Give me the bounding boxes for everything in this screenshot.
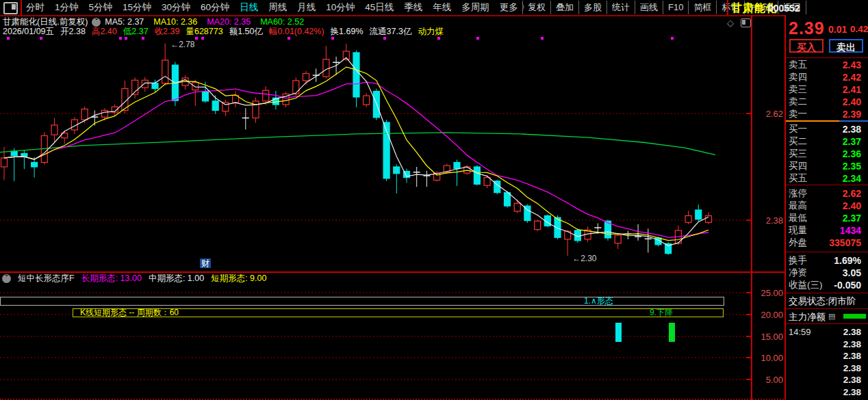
level-label: 涨停 xyxy=(789,187,807,200)
svg-text:←2.30: ←2.30 xyxy=(572,254,597,263)
buy-level-row[interactable]: 买四2.35 xyxy=(786,160,868,172)
axis-tick xyxy=(746,292,751,293)
descend-label: 9.下降 xyxy=(650,309,673,317)
axis-tick xyxy=(746,336,751,337)
level-value: 2.39 xyxy=(843,109,861,120)
level-label: 卖二 xyxy=(789,96,807,108)
axis-tick xyxy=(746,379,751,380)
price-change: 0.01 xyxy=(828,24,847,35)
axis-tick xyxy=(746,314,751,315)
stat-row[interactable]: 换手1.69% xyxy=(786,254,868,267)
level-label: 卖一 xyxy=(789,108,807,120)
weibi-bar-sell xyxy=(839,120,868,122)
last-price: 2.39 xyxy=(789,18,825,38)
candlestick-chart[interactable]: ←2.78←2.30 xyxy=(0,0,752,400)
stat-row[interactable]: 外盘335075 xyxy=(786,237,868,249)
price-axis-label: 10.00 xyxy=(753,353,783,363)
price-axis-line xyxy=(751,15,752,400)
buy-level-row[interactable]: 买三2.36 xyxy=(786,148,868,160)
sell-level-row[interactable]: 卖三2.41 xyxy=(786,83,868,96)
tick-price: 2.38 xyxy=(843,327,861,337)
pattern-band-short: K线短期形态 -- 周期数：60 9.下降 xyxy=(73,308,724,317)
level-value: 2.41 xyxy=(843,84,861,95)
level-label: 买一 xyxy=(789,123,807,135)
axis-tick xyxy=(746,357,751,358)
axis-tick xyxy=(746,113,751,114)
level-label: 换手 xyxy=(789,254,807,267)
sell-button[interactable]: 卖出 xyxy=(829,39,863,53)
buy-level-row[interactable]: 买五2.34 xyxy=(786,172,868,185)
level-value: -0.050 xyxy=(834,280,861,291)
level-value: 2.40 xyxy=(843,200,861,211)
level-value: 335075 xyxy=(829,237,861,248)
level-label: 卖三 xyxy=(789,83,807,96)
level-label: 买五 xyxy=(789,172,807,185)
main-net-bar xyxy=(843,314,866,319)
chevron-down-icon[interactable]: ˇ xyxy=(2,274,11,283)
level-value: 2.40 xyxy=(843,96,861,107)
tick-row: 2.38 xyxy=(786,338,868,350)
svg-text:←2.78: ←2.78 xyxy=(170,40,195,49)
sell-level-row[interactable]: 卖一2.39 xyxy=(786,108,868,120)
level-label: 净资 xyxy=(789,267,807,279)
stat-row[interactable]: 净资3.05 xyxy=(786,267,868,279)
price-axis-label: 20.00 xyxy=(753,310,783,320)
tick-row: 2.38 xyxy=(786,350,868,362)
tick-time: 14:59 xyxy=(789,327,811,337)
level-value: 2.37 xyxy=(843,213,861,224)
stat-row[interactable]: 现量1434 xyxy=(786,224,868,237)
kline-pattern-label: K线短期形态 -- 周期数：60 xyxy=(80,309,179,317)
level-value: 1434 xyxy=(840,225,861,236)
stat-row[interactable]: 收益(三)-0.050 xyxy=(786,279,868,291)
level-label: 收益(三) xyxy=(789,279,823,291)
price-axis-label: 5.00 xyxy=(753,375,783,385)
level-value: 2.36 xyxy=(843,148,861,159)
price-axis-label: 2.38 xyxy=(753,215,783,226)
level-label: 外盘 xyxy=(789,237,807,249)
pattern-band-label: 1.∧形态 xyxy=(584,297,613,305)
level-value: 2.34 xyxy=(843,173,861,184)
tick-row: 2.38 xyxy=(786,362,868,374)
weibi-bar-buy xyxy=(786,120,839,122)
stat-row[interactable]: 最高2.40 xyxy=(786,200,868,212)
main-net-label[interactable]: 主力净额 xyxy=(789,311,826,323)
stat-row[interactable]: 涨停2.62 xyxy=(786,187,868,200)
level-value: 2.42 xyxy=(843,72,861,83)
level-value: 2.43 xyxy=(843,59,861,70)
level-value: 2.35 xyxy=(843,161,861,172)
stat-row[interactable]: 最低2.37 xyxy=(786,212,868,224)
subchart-header: ˇ 短中长形态序F长期形态: 13.00中期形态: 1.00短期形态: 9.00 xyxy=(2,274,273,284)
level-label: 现量 xyxy=(789,224,807,237)
tick-row: 2.38 xyxy=(786,374,868,386)
tick-price: 2.38 xyxy=(843,339,861,349)
list-icon[interactable]: ▤ xyxy=(828,312,835,321)
level-label: 买二 xyxy=(789,135,807,148)
level-label: 买四 xyxy=(789,160,807,172)
level-label: 最高 xyxy=(789,200,807,212)
sell-level-row[interactable]: 卖二2.40 xyxy=(786,96,868,108)
level-label: 卖五 xyxy=(789,59,807,71)
event-marker-cai[interactable]: 财 xyxy=(200,258,211,268)
tick-row: 2.38 xyxy=(786,386,868,398)
buy-level-row[interactable]: 买二2.37 xyxy=(786,135,868,148)
indicator-value: 短期形态: 9.00 xyxy=(211,273,266,284)
price-axis-label: 15.00 xyxy=(753,332,783,342)
level-label: 买三 xyxy=(789,148,807,160)
level-value: 2.62 xyxy=(843,188,861,199)
trade-status: 交易状态:闭市阶 xyxy=(789,295,856,308)
buy-button[interactable]: 买入 xyxy=(789,39,824,53)
sell-level-row[interactable]: 卖五2.43 xyxy=(786,59,868,71)
tick-price: 2.38 xyxy=(843,351,861,361)
price-axis-label: 25.00 xyxy=(753,288,783,298)
level-label: 最低 xyxy=(789,212,807,224)
axis-tick xyxy=(746,219,751,221)
level-value: 2.37 xyxy=(843,136,861,147)
price-change-pct: 0.42% xyxy=(850,24,868,34)
buy-level-row[interactable]: 买一2.38 xyxy=(786,123,868,135)
level-value: 3.05 xyxy=(843,267,861,278)
quote-sidebar: 2.39 0.01 0.42% 买入 卖出 卖五2.43卖四2.42卖三2.41… xyxy=(786,15,868,400)
tick-price: 2.38 xyxy=(843,375,861,385)
sell-level-row[interactable]: 卖四2.42 xyxy=(786,71,868,83)
indicator-value: 中期形态: 1.00 xyxy=(149,273,204,284)
stock-code: 000552 xyxy=(768,3,800,14)
